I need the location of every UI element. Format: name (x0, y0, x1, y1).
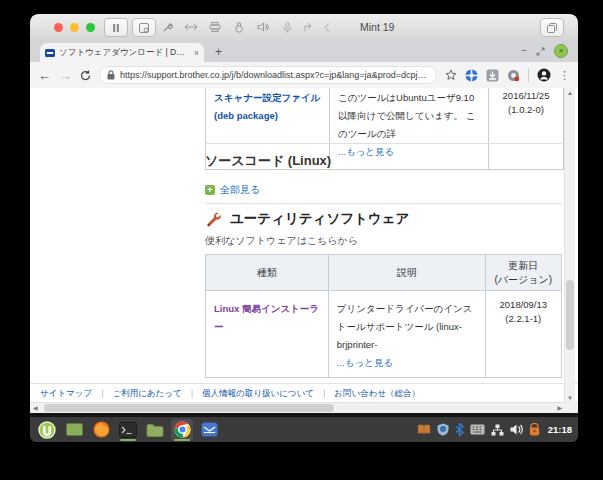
vm-usb-button[interactable] (230, 19, 248, 35)
show-desktop-button[interactable] (63, 419, 85, 441)
footer-link-sitemap[interactable]: サイトマップ (40, 388, 92, 400)
snapshots-icon (139, 23, 149, 33)
scroll-up-arrow[interactable]: ▲ (567, 88, 573, 98)
utility-see-more-link[interactable]: ...もっと見る (337, 357, 393, 368)
vertical-scrollbar[interactable]: ▲ ▼ (564, 88, 575, 403)
column-header-date: 更新日 (バージョン) (485, 255, 561, 291)
folder-icon (146, 423, 164, 437)
mail-icon (201, 422, 218, 437)
section-divider-2 (205, 203, 562, 204)
vm-window-title: Mint 19 (360, 21, 480, 33)
vm-printer-button[interactable] (206, 19, 224, 35)
extension-download-icon[interactable] (486, 69, 499, 82)
chrome-running-indicator (174, 439, 190, 441)
extension-circle-icon[interactable] (507, 69, 520, 82)
vm-toolbar-overflow[interactable] (318, 19, 336, 35)
chrome-browser: ソフトウェアダウンロード | DCP-J5 × + − × ← → https:… (30, 40, 578, 413)
tab-close-button[interactable]: × (194, 48, 199, 58)
mint-panel: 21:18 (30, 417, 578, 442)
footer-separator: ｜ (98, 388, 106, 400)
fullscreen-icon (547, 23, 557, 33)
volume-icon[interactable] (510, 424, 523, 435)
close-traffic-button[interactable] (54, 23, 63, 32)
firefox-launcher[interactable] (90, 419, 112, 441)
window-controls: − × (521, 44, 568, 58)
chrome-launcher[interactable] (171, 419, 193, 441)
vm-titlebar: Mint 19 (30, 14, 578, 41)
resize-arrows-icon (185, 23, 197, 31)
minimize-button[interactable]: − (521, 46, 527, 56)
menu-kebab-button[interactable]: ⋮ (559, 69, 570, 82)
see-all-row[interactable]: + 全部見る (205, 183, 260, 197)
url-text: https://support.brother.co.jp/j/b/downlo… (120, 70, 429, 80)
terminal-launcher[interactable] (117, 419, 139, 441)
table-cell-date: 2016/11/25 (1.0.2-0) (489, 88, 563, 169)
horizontal-scrollbar[interactable]: ◀ ▶ (30, 402, 578, 413)
vm-settings-button[interactable] (158, 19, 176, 35)
horizontal-scroll-thumb[interactable] (44, 404, 334, 412)
panel-clock[interactable]: 21:18 (548, 424, 572, 435)
keyboard-icon[interactable] (470, 424, 485, 435)
vm-fullscreen-button[interactable] (540, 18, 564, 37)
reload-button[interactable] (80, 70, 91, 81)
tab-bar: ソフトウェアダウンロード | DCP-J5 × + − × (30, 40, 578, 62)
toolbar-extensions: ⋮ (445, 68, 570, 82)
column-header-date-line1: 更新日 (488, 259, 559, 273)
files-launcher[interactable] (144, 419, 166, 441)
toolbar-divider (528, 68, 529, 82)
source-code-heading: ソースコード (Linux) (205, 152, 331, 170)
vertical-scroll-thumb[interactable] (566, 280, 574, 350)
column-header-description: 説明 (328, 255, 485, 291)
screenshot-stage: Mint 19 ソフトウェアダウンロード | DCP-J5 × + − × (0, 0, 603, 480)
back-button[interactable]: ← (38, 69, 51, 82)
pause-icon (112, 24, 120, 32)
see-all-link[interactable]: 全部見る (220, 183, 260, 197)
vm-snapshots-button[interactable] (132, 18, 156, 37)
utility-description-text: プリンタードライバーのインストールサポートツール (linux-brjprint… (337, 303, 473, 350)
see-more-link[interactable]: ...もっと見る (338, 146, 394, 157)
close-button[interactable]: × (554, 44, 568, 58)
utility-cell-description: プリンタードライバーのインストールサポートツール (linux-brjprint… (328, 291, 485, 378)
footer-link-terms[interactable]: ご利用にあたって (113, 388, 182, 400)
footer-link-privacy[interactable]: 個人情報の取り扱いについて (202, 388, 314, 400)
microphone-icon (283, 22, 292, 33)
bluetooth-icon[interactable] (455, 423, 464, 436)
utility-cell-type: Linux 簡易インストーラー (206, 291, 329, 378)
scroll-right-arrow[interactable]: ▶ (557, 403, 562, 413)
vm-sound-button[interactable] (254, 19, 272, 35)
forward-button[interactable]: → (59, 69, 72, 82)
footer-separator: ｜ (320, 388, 328, 400)
table-cell-description: このツールはUbuntuユーザ9.10以降向けで公開しています。 このツールの詳… (330, 88, 489, 169)
scanner-settings-link[interactable]: スキャナー設定ファイル (deb package) (214, 92, 320, 121)
vm-microphone-button[interactable] (278, 19, 296, 35)
tab-software-download[interactable]: ソフトウェアダウンロード | DCP-J5 × (40, 43, 204, 62)
network-icon[interactable] (491, 424, 504, 436)
vm-resize-button[interactable] (182, 19, 200, 35)
extension-blue-icon[interactable] (465, 69, 478, 82)
footer-separator: ｜ (188, 388, 196, 400)
zoom-traffic-button[interactable] (86, 23, 95, 32)
utility-table: 種類 説明 更新日 (バージョン) Linux 簡易インストーラー (205, 254, 562, 378)
vm-pause-button[interactable] (104, 18, 128, 37)
maximize-button[interactable] (536, 47, 545, 56)
address-bar[interactable]: https://support.brother.co.jp/j/b/downlo… (99, 66, 437, 84)
mail-launcher[interactable] (198, 419, 220, 441)
padlock-icon (107, 70, 115, 80)
profile-avatar-button[interactable] (537, 68, 551, 82)
scroll-left-arrow[interactable]: ◀ (33, 403, 38, 413)
minimize-traffic-button[interactable] (70, 23, 79, 32)
column-header-date-line2: (バージョン) (488, 273, 559, 287)
lock-icon[interactable] (529, 423, 540, 436)
utility-heading-row: ユーティリティソフトウェア (205, 210, 409, 228)
mint-menu-button[interactable] (36, 419, 58, 441)
footer-link-contact[interactable]: お問い合わせ（総合） (334, 388, 420, 400)
utility-table-row: Linux 簡易インストーラー プリンタードライバーのインストールサポートツール… (206, 291, 562, 378)
vm-share-button[interactable] (300, 19, 318, 35)
tab-title: ソフトウェアダウンロード | DCP-J5 (59, 47, 191, 59)
updates-book-icon[interactable] (417, 424, 431, 435)
bookmark-star-button[interactable] (445, 69, 457, 81)
shield-icon[interactable] (437, 423, 449, 436)
new-tab-button[interactable]: + (215, 45, 222, 59)
linux-installer-link[interactable]: Linux 簡易インストーラー (214, 303, 319, 332)
scroll-down-arrow[interactable]: ▼ (567, 393, 573, 403)
